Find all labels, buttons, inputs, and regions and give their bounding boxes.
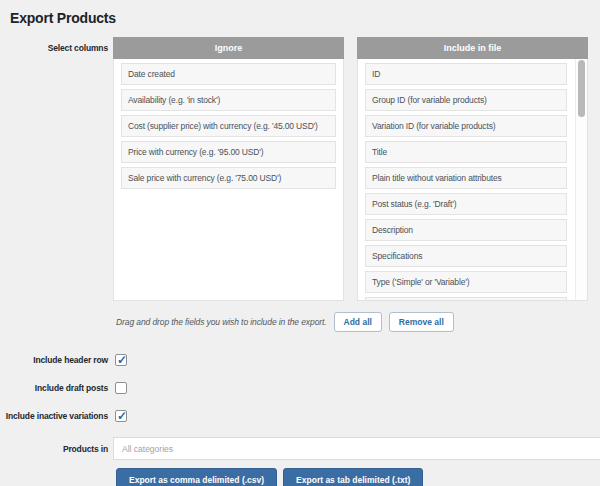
field-item[interactable]: Description (365, 219, 567, 241)
checkbox-label: Include header row (0, 355, 110, 365)
scrollbar-thumb[interactable] (578, 60, 585, 117)
export-form: Select columns Ignore Date created Avail… (0, 37, 600, 486)
remove-all-button[interactable]: Remove all (389, 312, 454, 332)
ignore-list[interactable]: Date created Availability (e.g. 'in stoc… (113, 59, 344, 301)
ignore-panel-header: Ignore (113, 37, 344, 59)
field-item[interactable]: Date created (121, 63, 336, 85)
include-items: ID Group ID (for variable products) Vari… (365, 63, 567, 301)
field-item[interactable]: Price with currency (e.g. '95.00 USD') (121, 141, 336, 163)
field-item[interactable]: Notes (365, 297, 567, 301)
field-item[interactable]: Sale price with currency (e.g. '75.00 US… (121, 167, 336, 189)
options-section: Include header row Include draft posts I… (0, 353, 600, 423)
include-list[interactable]: ID Group ID (for variable products) Vari… (357, 59, 588, 301)
checkbox-label: Include inactive variations (0, 411, 110, 421)
add-all-button[interactable]: Add all (334, 312, 382, 332)
field-item[interactable]: Type ('Simple' or 'Variable') (365, 271, 567, 293)
field-item[interactable]: Title (365, 141, 567, 163)
field-item[interactable]: Post status (e.g. 'Draft') (365, 193, 567, 215)
ignore-items: Date created Availability (e.g. 'in stoc… (121, 63, 336, 189)
checkbox-label: Include draft posts (0, 383, 110, 393)
export-buttons-row: Export as comma delimited (.csv) Export … (116, 468, 600, 486)
column-panels: Ignore Date created Availability (e.g. '… (113, 37, 588, 301)
include-header-row-option: Include header row (0, 353, 600, 367)
include-inactive-variations-checkbox[interactable] (115, 410, 127, 422)
field-item[interactable]: Cost (supplier price) with currency (e.g… (121, 115, 336, 137)
export-txt-button[interactable]: Export as tab delimited (.txt) (283, 468, 423, 486)
field-item[interactable]: Availability (e.g. 'in stock') (121, 89, 336, 111)
include-panel-header: Include in file (357, 37, 588, 59)
include-draft-posts-checkbox[interactable] (115, 382, 127, 394)
products-in-label: Products in (0, 444, 110, 454)
products-in-input[interactable] (113, 437, 600, 460)
export-csv-button[interactable]: Export as comma delimited (.csv) (116, 468, 277, 486)
drag-drop-hint: Drag and drop the fields you wish to inc… (116, 317, 327, 327)
field-item[interactable]: Group ID (for variable products) (365, 89, 567, 111)
products-in-row: Products in (0, 437, 600, 460)
field-item[interactable]: ID (365, 63, 567, 85)
field-item[interactable]: Variation ID (for variable products) (365, 115, 567, 137)
field-item[interactable]: Specifications (365, 245, 567, 267)
include-panel: Include in file ID Group ID (for variabl… (357, 37, 588, 301)
scrollbar-track[interactable] (575, 59, 587, 300)
select-columns-row: Select columns Ignore Date created Avail… (0, 37, 600, 301)
include-header-row-checkbox[interactable] (115, 354, 127, 366)
include-inactive-variations-option: Include inactive variations (0, 409, 600, 423)
hint-row: Drag and drop the fields you wish to inc… (116, 311, 600, 332)
ignore-panel: Ignore Date created Availability (e.g. '… (113, 37, 344, 301)
page-title: Export Products (10, 9, 600, 27)
field-item[interactable]: Plain title without variation attributes (365, 167, 567, 189)
include-draft-posts-option: Include draft posts (0, 381, 600, 395)
select-columns-label: Select columns (0, 37, 110, 53)
